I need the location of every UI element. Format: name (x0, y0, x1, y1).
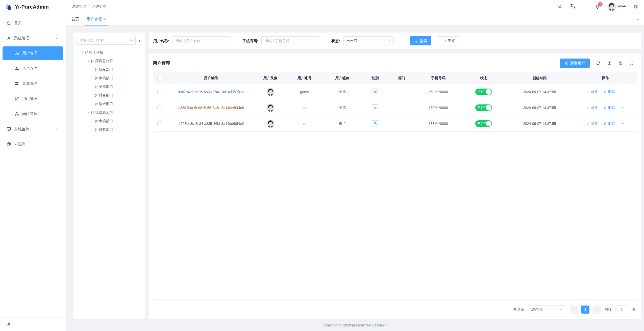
status-toggle-label: 已启用 (477, 122, 486, 126)
collapse-sidebar-icon[interactable] (6, 322, 11, 327)
cell-user-id: 9a57a4e8-e196-663a-7841-3a14dd60f4ca (167, 90, 255, 94)
department-icon (94, 85, 98, 89)
sidebar-item-yi-framework[interactable]: @ Yi框架 (3, 137, 63, 151)
notifications-button[interactable]: 7 (595, 4, 600, 9)
delete-label: 删除 (608, 121, 615, 126)
sidebar-item-menu-management[interactable]: 菜单管理 (3, 77, 63, 90)
delete-link[interactable]: 删除 (603, 90, 615, 94)
tree-node[interactable]: 江西总公司 (77, 108, 142, 117)
pagination: 共 3 条 10条/页 1 前往 页 (153, 300, 637, 319)
page-number-button[interactable]: 1 (581, 306, 589, 314)
sidebar-item-role-management[interactable]: 角色管理 (3, 62, 63, 75)
edit-link[interactable]: 修改 (586, 121, 598, 126)
more-actions-button[interactable] (620, 90, 625, 94)
more-actions-button[interactable] (620, 122, 625, 126)
notification-badge: 7 (598, 2, 603, 7)
sidebar-item-department-management[interactable]: 部门管理 (3, 92, 63, 105)
table-toolbar: 新增用户 (560, 59, 637, 68)
tree-node[interactable]: 市场部门 (77, 117, 142, 125)
water-drop-logo-icon (5, 3, 12, 11)
table-row: a8392efa-5ed8-6b56-9a9e-3a14dd60f4c8 tes… (153, 100, 637, 116)
tree-node[interactable]: 财务部门 (77, 125, 142, 134)
trash-icon (603, 106, 607, 109)
tree-node[interactable]: 运维部门 (77, 100, 142, 108)
fullscreen-button[interactable] (583, 4, 588, 9)
cell-nickname: 测试 (324, 105, 361, 110)
edit-link[interactable]: 修改 (586, 90, 598, 94)
caret-down-icon[interactable] (86, 59, 91, 63)
sidebar-item-label: Yi框架 (14, 142, 25, 147)
user-menu[interactable]: 橙子 (607, 2, 626, 11)
tab-options-button[interactable] (631, 13, 644, 25)
sidebar-item-home[interactable]: 首页 (3, 16, 63, 30)
search-button[interactable] (558, 4, 562, 9)
tree-node[interactable]: 市场部门 (77, 74, 142, 82)
fullscreen-icon (629, 61, 634, 65)
tab-home[interactable]: 首页 (69, 13, 81, 25)
sidebar-item-system-management[interactable]: 系统管理 (3, 31, 63, 45)
phone-input[interactable] (261, 36, 320, 45)
next-page-button[interactable] (593, 306, 601, 314)
close-tab-icon[interactable]: × (104, 17, 106, 21)
row-checkbox[interactable] (157, 90, 162, 94)
row-density-button[interactable] (604, 61, 615, 65)
tab-user-management[interactable]: 用户管理 × (85, 13, 108, 25)
status-toggle[interactable]: 已启用 (475, 89, 492, 95)
language-switch-button[interactable]: 文 A (570, 4, 576, 9)
at-icon: @ (7, 142, 11, 146)
row-checkbox[interactable] (157, 105, 162, 110)
reset-button[interactable]: 重置 (438, 36, 459, 45)
delete-label: 删除 (608, 105, 615, 110)
caret-down-icon[interactable] (86, 110, 91, 115)
pencil-icon (586, 90, 590, 94)
tree-node-label: 测试部门 (99, 85, 113, 89)
sidebar-item-user-management[interactable]: 用户管理 (3, 46, 63, 60)
prev-page-button[interactable] (570, 306, 578, 314)
sidebar-footer (0, 318, 66, 331)
status-select[interactable]: 已开启 (343, 36, 394, 45)
grid-icon (15, 81, 19, 86)
delete-link[interactable]: 删除 (603, 105, 615, 110)
sidebar-item-post-management[interactable]: 岗位管理 (3, 107, 63, 121)
refresh-table-button[interactable] (593, 61, 604, 65)
department-search-input[interactable] (77, 36, 136, 45)
page-footer: Copyright © 2020-present Yi-PureAdmin (66, 319, 644, 331)
tree-node[interactable]: 研发部门 (77, 65, 142, 74)
delete-link[interactable]: 删除 (603, 121, 615, 126)
column-settings-button[interactable] (615, 61, 626, 65)
caret-down-icon[interactable] (80, 50, 85, 55)
table-fullscreen-button[interactable] (626, 61, 637, 65)
tree-node[interactable]: 测试部门 (77, 82, 142, 91)
tree-node[interactable]: 深圳总公司 (77, 57, 142, 65)
tree-node-label: 运维部门 (99, 102, 113, 106)
gear-icon (7, 36, 11, 40)
more-actions-button[interactable] (620, 106, 625, 110)
chevron-down-icon (635, 17, 640, 22)
page-size-value: 10条/页 (531, 307, 543, 312)
column-header-created: 创建时间 (505, 76, 574, 80)
search-submit-button[interactable]: 搜索 (410, 36, 431, 45)
sidebar-item-system-monitor[interactable]: 系统监控 (3, 122, 63, 136)
tabbar: 首页 用户管理 × (66, 13, 644, 25)
select-all-checkbox[interactable] (157, 76, 162, 81)
gear-icon (633, 4, 638, 9)
filter-bar: 用户名称: 手机号码: 状态: 已开启 (149, 33, 641, 49)
search-icon (414, 39, 418, 43)
table-tools (593, 61, 637, 65)
goto-page-input[interactable] (615, 305, 628, 314)
status-toggle[interactable]: 已启用 (475, 104, 492, 111)
status-toggle[interactable]: 已启用 (475, 120, 492, 127)
tree-node[interactable]: 橙子科技 (77, 48, 142, 57)
department-icon (91, 111, 94, 115)
tree-more-button[interactable] (138, 38, 142, 42)
settings-button[interactable] (633, 4, 638, 9)
page-size-select[interactable]: 10条/页 (528, 305, 566, 314)
breadcrumb-current: 用户管理 (92, 4, 106, 9)
breadcrumb-parent[interactable]: 系统管理 (72, 4, 86, 9)
add-user-button[interactable]: 新增用户 (560, 59, 590, 68)
username-input[interactable] (172, 36, 231, 45)
tree-node[interactable]: 财务部门 (77, 91, 142, 100)
row-checkbox[interactable] (157, 121, 162, 126)
app-title: Yi-PureAdmin (15, 4, 49, 10)
edit-link[interactable]: 修改 (586, 105, 598, 110)
